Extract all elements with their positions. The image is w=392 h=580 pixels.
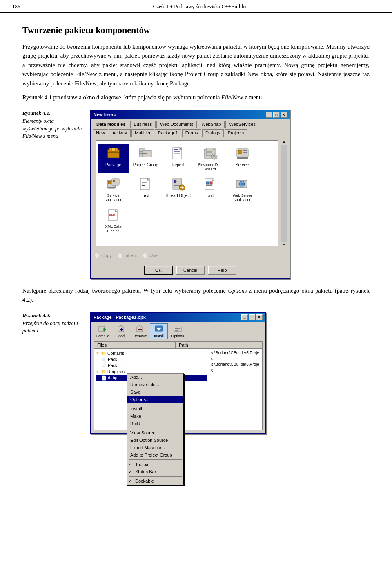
compile-button[interactable]: Compile — [94, 323, 111, 339]
ctx-options[interactable]: Options... — [127, 396, 183, 403]
svg-rect-35 — [142, 182, 147, 183]
subtab-multitier[interactable]: Multitier — [131, 129, 154, 137]
options-label: Options — [171, 334, 184, 338]
radio-use[interactable]: Use — [143, 253, 158, 258]
cancel-button[interactable]: Cancel — [176, 266, 205, 275]
p2-italic: File/New — [221, 94, 243, 101]
svg-rect-27 — [237, 157, 248, 159]
ctx-add-to-project-group[interactable]: Add to Project Group — [127, 451, 183, 459]
radio-inherit-input[interactable] — [118, 253, 123, 258]
ctx-build[interactable]: Build — [127, 420, 183, 427]
package-dialog: Package - Package1.bpk _ □ ✕ — [90, 312, 266, 434]
section-heading: Tworzenie pakietu komponentów — [22, 25, 370, 36]
service-application-icon — [105, 176, 122, 192]
ctx-remove-file[interactable]: Remove File... — [127, 381, 183, 388]
ctx-toolbar[interactable]: Toolbar — [127, 461, 183, 468]
icon-project-group[interactable]: Project Group — [130, 144, 161, 173]
radio-inherit[interactable]: Inherit — [118, 253, 137, 258]
svg-rect-70 — [174, 327, 181, 332]
project-group-icon — [138, 146, 154, 161]
tab-webservices[interactable]: WebServices — [225, 121, 259, 128]
dialog-separator-1 — [94, 250, 287, 250]
main-content: Tworzenie pakietu komponentów Przygotowa… — [0, 13, 392, 450]
context-menu: Add... Remove File... Save Options... In… — [127, 373, 184, 485]
maximize-button[interactable]: □ — [273, 112, 280, 118]
icon-unit[interactable]: Unit — [195, 175, 225, 204]
page-header-center: Część I ♦ Podstawy środowiska C++Builder — [153, 3, 247, 10]
pkg-maximize-button[interactable]: □ — [249, 314, 255, 320]
scrollbar-up[interactable]: ▲ — [281, 139, 287, 145]
icon-web-server-app-label: Web Server Application — [228, 193, 257, 202]
ctx-dockable[interactable]: Dockable — [127, 477, 183, 485]
svg-rect-32 — [113, 180, 115, 182]
radio-copy-input[interactable] — [94, 253, 100, 258]
path-text-1: s:\Borland\CBuilder6\Projec — [211, 350, 261, 362]
tree-contains[interactable]: ▼ 📁 Contains — [96, 350, 207, 356]
tab-data-modules[interactable]: Data Modules — [93, 121, 129, 128]
icon-web-server-application[interactable]: Web Server Application — [227, 175, 258, 204]
svg-rect-19 — [207, 151, 212, 152]
icon-thread-object[interactable]: Thread Object — [163, 175, 193, 204]
subtab-projects[interactable]: Projects — [225, 129, 247, 137]
icon-resource-dll[interactable]: ? Resource DLL Wizard — [195, 144, 225, 173]
icon-report[interactable]: Report — [163, 144, 193, 173]
install-icon — [154, 325, 164, 334]
icon-text[interactable]: Text — [130, 175, 161, 204]
help-button[interactable]: Help — [208, 266, 236, 275]
subtab-package1[interactable]: Package1 — [155, 129, 181, 137]
file-icon-2: 📄 — [101, 363, 107, 368]
folder-icon: 📁 — [101, 351, 106, 356]
titlebar-buttons: _ □ ✕ — [266, 112, 287, 118]
icon-area: Package — [94, 139, 287, 248]
scrollbar-track[interactable] — [281, 145, 287, 242]
icon-grid: Package — [96, 140, 278, 246]
subtab-forms[interactable]: Forms — [182, 129, 201, 137]
paragraph-1: Przygotowanie do tworzenia komponentu lu… — [22, 42, 370, 88]
col-files-header: Files — [94, 342, 176, 348]
ctx-install[interactable]: Install — [127, 405, 183, 412]
add-icon — [116, 325, 126, 334]
icon-report-label: Report — [172, 163, 184, 168]
ok-button[interactable]: OK — [144, 266, 173, 275]
xml-data-binding-icon: XML — [105, 207, 122, 223]
close-button[interactable]: ✕ — [281, 112, 287, 118]
ctx-status-bar[interactable]: Status Bar — [127, 468, 183, 475]
ctx-save[interactable]: Save — [127, 388, 183, 396]
ctx-view-source[interactable]: View Source — [127, 429, 183, 437]
subtab-dialogs[interactable]: Dialogs — [202, 129, 224, 137]
tree-pack-2-label: Pack... — [108, 363, 121, 368]
scrollbar-down[interactable]: ▼ — [281, 242, 287, 248]
remove-button[interactable]: Remove — [131, 323, 149, 339]
file-icon-1: 📄 — [101, 357, 107, 362]
ctx-export-makefile[interactable]: Export Makefile... — [127, 444, 183, 451]
subtab-activex[interactable]: ActiveX — [109, 129, 131, 137]
add-button[interactable]: Add — [112, 323, 130, 339]
icon-xml-data-binding[interactable]: XML XML Data Binding — [98, 206, 129, 235]
pkg-dialog-title: Package - Package1.bpk — [94, 315, 146, 320]
options-button[interactable]: Options — [169, 323, 187, 339]
tree-requires-label: Requires — [107, 369, 125, 374]
ctx-edit-option-source[interactable]: Edit Option Source — [127, 437, 183, 444]
ctx-make[interactable]: Make — [127, 412, 183, 420]
radio-use-input[interactable] — [143, 253, 148, 258]
icon-grid-scrollbar[interactable]: ▲ ▼ — [281, 139, 287, 248]
tab-websnap[interactable]: WebSnap — [198, 121, 225, 128]
options-icon — [173, 325, 183, 334]
report-icon — [170, 146, 186, 161]
icon-package[interactable]: Package — [98, 144, 129, 173]
icon-thread-object-label: Thread Object — [165, 193, 191, 198]
subtab-new[interactable]: New — [93, 129, 108, 137]
icon-service-application[interactable]: Service Application — [98, 175, 129, 204]
tab-business[interactable]: Business — [130, 121, 156, 128]
pkg-minimize-button[interactable]: _ — [241, 314, 248, 320]
tab-web-documents[interactable]: Web Documents — [156, 121, 197, 128]
pkg-close-button[interactable]: ✕ — [256, 314, 263, 320]
page-number-left: 186 — [12, 3, 20, 10]
tree-pack-2[interactable]: 📄 Pack... — [96, 363, 207, 369]
icon-service[interactable]: Service — [227, 144, 258, 173]
tree-pack-1[interactable]: 📄 Pack... — [96, 356, 207, 363]
minimize-button[interactable]: _ — [266, 112, 272, 118]
radio-copy[interactable]: Copy — [94, 253, 112, 258]
ctx-add[interactable]: Add... — [127, 374, 183, 381]
install-button[interactable]: Install — [150, 323, 168, 339]
